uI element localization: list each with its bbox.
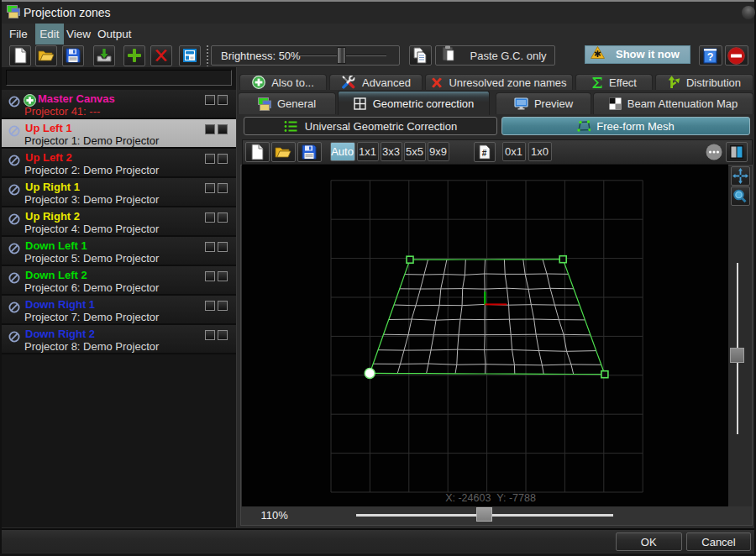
svg-text:?: ? (707, 51, 714, 63)
svg-text:#: # (482, 149, 487, 158)
